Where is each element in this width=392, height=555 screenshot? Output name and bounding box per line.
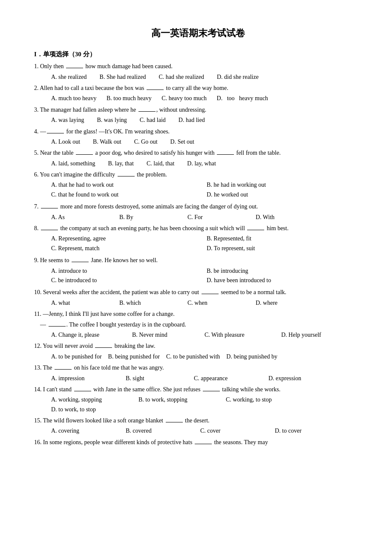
question-6: 6. You can't imagine the difficulty the … <box>34 170 362 199</box>
q10-blank <box>202 294 219 294</box>
q5-blank2 <box>217 154 234 155</box>
q2-blank <box>147 90 164 90</box>
q5-blank1 <box>76 154 93 155</box>
q10-optB: B. which <box>119 298 175 308</box>
q9-optD: D. have been introduced to <box>207 276 362 285</box>
q2-optB: B. too much heavy <box>107 95 152 101</box>
q7-blank <box>41 208 58 208</box>
q3-optD: D. had lied <box>179 116 205 125</box>
q11-blank <box>49 326 66 327</box>
q12-options: A. to be punished for B. being punished … <box>34 352 362 361</box>
question-16: 16. In some regions, people wear differe… <box>34 438 362 447</box>
q15-blank <box>166 422 183 422</box>
q1-options: A. she realized B. She had realized C. h… <box>34 72 362 82</box>
q13-options: A. impression B. sight C. appearance D. … <box>34 374 362 383</box>
question-15: 15. The wild flowers looked like a soft … <box>34 416 362 436</box>
q4-options: A. Look out B. Walk out C. Go out D. Set… <box>34 137 362 147</box>
q5-options: A. laid, something B. lay, that C. laid,… <box>34 159 362 168</box>
q14-optB: B. to work, stopping <box>138 395 213 405</box>
q12-optD: D. being punished by <box>226 352 277 361</box>
q4-text: 4. — for the glass! —It's OK. I'm wearin… <box>34 127 362 136</box>
q11-options: A. Change it, please B. Never mind C. Wi… <box>34 330 362 340</box>
question-7: 7. more and more forests destroyed, some… <box>34 202 362 222</box>
q6-options: A. that he had to work out B. he had in … <box>34 180 362 199</box>
q8-optA: A. Representing, agree <box>51 234 207 243</box>
question-9: 9. He seems to Jane. He knows her so wel… <box>34 256 362 285</box>
q12-blank <box>95 347 112 348</box>
q8-blank1 <box>41 230 58 230</box>
page-container: 高一英语期末考试试卷 I．单项选择（30 分） 1. Only then how… <box>34 26 362 447</box>
q8-text: 8. the company at such an evening party,… <box>34 224 362 233</box>
q10-text: 10. Several weeks after the accident, th… <box>34 288 362 297</box>
q10-optA: A. what <box>51 298 107 308</box>
q9-options: A. introduce to B. be introducing C. be … <box>34 266 362 286</box>
q12-text: 12. You will never avoid breaking the la… <box>34 341 362 351</box>
question-12: 12. You will never avoid breaking the la… <box>34 341 362 361</box>
section1-header: I．单项选择（30 分） <box>34 49 362 59</box>
q2-options: A. much too heavy B. too much heavy C. h… <box>34 94 362 103</box>
q2-optD: D. too heavy much <box>217 95 268 101</box>
q3-blank <box>138 111 156 112</box>
q4-optA: A. Look out <box>51 137 80 147</box>
q14-blank2 <box>203 391 220 391</box>
q8-options: A. Representing, agree B. Represented, f… <box>34 234 362 253</box>
question-11: 11. —Jenny, I think I'll just have some … <box>34 309 362 340</box>
q13-text: 13. The on his face told me that he was … <box>34 363 362 373</box>
q2-optA: A. much too heavy <box>51 95 97 101</box>
q14-optA: A. working, stopping <box>51 395 126 405</box>
q7-optC: C. For <box>187 213 243 222</box>
q9-optC: C. be introduced to <box>51 276 207 285</box>
q5-text: 5. Near the table a poor dog, who desire… <box>34 148 362 158</box>
q3-optB: B. was lying <box>97 116 127 125</box>
q8-optC: C. Represent, match <box>51 244 207 253</box>
q5-optB: B. lay, that <box>108 159 134 168</box>
q13-optD: D. expression <box>268 374 301 383</box>
q14-optD: D. to work, to stop <box>51 405 96 414</box>
q13-optB: B. sight <box>126 374 181 383</box>
q15-optA: A. covering <box>51 426 113 436</box>
q8-optD: D. To represent, suit <box>207 244 362 253</box>
question-3: 3. The manager had fallen asleep where h… <box>34 105 362 125</box>
q5-optA: A. laid, something <box>51 159 95 168</box>
section1: I．单项选择（30 分） 1. Only then how much damag… <box>34 49 362 447</box>
q7-options: A. As B. By C. For D. With <box>34 213 362 222</box>
q15-optC: C. cover <box>200 426 262 436</box>
q9-optB: B. be introducing <box>207 266 362 276</box>
q9-text: 9. He seems to Jane. He knows her so wel… <box>34 256 362 265</box>
question-8: 8. the company at such an evening party,… <box>34 224 362 253</box>
q7-optA: A. As <box>51 213 107 222</box>
q6-optC: C. that he found to work out <box>51 190 207 199</box>
q16-text: 16. In some regions, people wear differe… <box>34 438 362 447</box>
q5-optC: C. laid, that <box>147 159 174 168</box>
q1-optB: B. She had realized <box>100 72 146 82</box>
q13-optC: C. appearance <box>194 374 256 383</box>
q10-options: A. what B. which C. when D. where <box>34 298 362 308</box>
q3-text: 3. The manager had fallen asleep where h… <box>34 105 362 115</box>
q11-text1: 11. —Jenny, I think I'll just have some … <box>34 309 362 319</box>
question-4: 4. — for the glass! —It's OK. I'm wearin… <box>34 127 362 147</box>
q1-text: 1. Only then how much damage had been ca… <box>34 62 362 71</box>
q11-optD: D. Help yourself <box>281 330 321 340</box>
q11-text2: — . The coffee I bought yesterday is in … <box>34 320 362 330</box>
q5-optD: D. lay, what <box>187 159 216 168</box>
q14-blank1 <box>74 391 91 391</box>
q14-options: A. working, stopping B. to work, stoppin… <box>34 395 362 414</box>
q9-blank <box>72 262 89 262</box>
q3-optC: C. had laid <box>140 116 166 125</box>
q9-optA: A. introduce to <box>51 266 207 276</box>
q12-optA: A. to be punished for <box>51 352 102 361</box>
q1-optA: A. she realized <box>51 72 87 82</box>
q3-optA: A. was laying <box>51 116 84 125</box>
q12-optC: C. to be punished with <box>166 352 220 361</box>
question-1: 1. Only then how much damage had been ca… <box>34 62 362 82</box>
q13-blank <box>55 369 72 370</box>
q6-optB: B. he had in working out <box>207 180 362 190</box>
q12-optB: B. being punished for <box>108 352 160 361</box>
question-5: 5. Near the table a poor dog, who desire… <box>34 148 362 168</box>
question-2: 2. Allen had to call a taxi because the … <box>34 84 362 104</box>
page-title: 高一英语期末考试试卷 <box>34 26 362 40</box>
q6-blank <box>118 176 135 176</box>
q1-blank <box>66 68 83 68</box>
q11-optA: A. Change it, please <box>51 330 119 340</box>
q15-optD: D. to cover <box>275 426 302 436</box>
